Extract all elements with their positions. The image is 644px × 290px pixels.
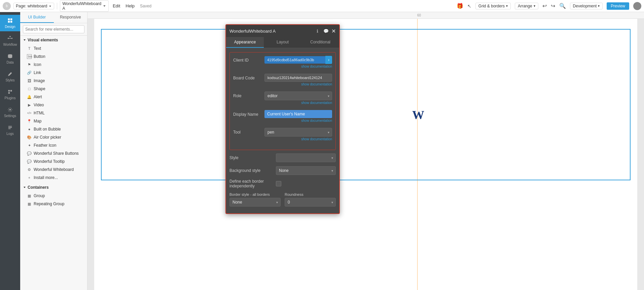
modal-tab-layout[interactable]: Layout [264, 37, 301, 48]
element-install-more[interactable]: + Install more... [20, 174, 87, 182]
background-style-select[interactable]: None [276, 166, 336, 175]
define-border-checkbox[interactable] [276, 181, 281, 186]
modal-comment-icon[interactable]: 💬 [323, 28, 329, 34]
cursor-icon[interactable]: ↖ [467, 3, 471, 9]
element-repeating-group[interactable]: ▦ Repeating Group [20, 200, 87, 208]
client-id-label: Client ID [233, 56, 262, 63]
role-select-wrap: editor [264, 92, 332, 100]
element-selector[interactable]: WonderfulWhiteboard A [60, 0, 109, 12]
text-icon: T [27, 46, 32, 50]
sidebar-item-data[interactable]: Data [0, 50, 20, 67]
element-wonderful-tooltip[interactable]: 💬 Wonderful Tooltip [20, 157, 87, 166]
modal-info-icon[interactable]: ℹ [314, 28, 321, 34]
link-icon: 🔗 [27, 71, 32, 75]
modal-body: Client ID › show documentation Board Cod… [226, 48, 339, 213]
client-id-arrow-button[interactable]: › [325, 56, 332, 64]
modal-close-button[interactable]: ✕ [331, 28, 336, 34]
tool-input-wrap: pen show documentation [264, 128, 332, 143]
element-wonderful-whiteboard[interactable]: ⚙ Wonderful Whiteboard [20, 166, 87, 174]
sidebar-item-styles[interactable]: Styles [0, 68, 20, 85]
element-video[interactable]: ▶ Video [20, 101, 87, 109]
client-id-doc-link[interactable]: show documentation [264, 65, 332, 68]
install-more-icon: + [27, 176, 32, 180]
gift-icon[interactable]: 🎁 [457, 3, 463, 9]
canvas-selection-box [101, 29, 631, 180]
modal-tab-appearance[interactable]: Appearance [226, 37, 264, 48]
element-wonderful-share[interactable]: 💬 Wonderful Share Buttons [20, 149, 87, 157]
sidebar-item-design[interactable]: Design [0, 15, 20, 31]
ruler-mark-60: 60 [417, 13, 421, 17]
main-layout: Design Workflow Data Styles Plugins Sett… [0, 12, 644, 290]
tool-select[interactable]: pen [264, 128, 332, 137]
side-nav: Design Workflow Data Styles Plugins Sett… [0, 12, 20, 290]
element-air-color-picker[interactable]: 🎨 Air Color picker [20, 133, 87, 141]
svg-rect-13 [8, 126, 12, 127]
menu-help[interactable]: Help [126, 3, 135, 8]
board-code-label: Board Code [233, 74, 262, 80]
sidebar-item-logs[interactable]: Logs [0, 122, 20, 138]
display-name-input-wrap: Current User's Name show documentation [264, 110, 332, 124]
element-image[interactable]: 🖼 Image [20, 77, 87, 85]
element-group[interactable]: ▦ Group [20, 192, 87, 200]
role-select[interactable]: editor [264, 92, 332, 100]
modal-tab-conditional[interactable]: Conditional [301, 37, 339, 48]
role-input-wrap: editor show documentation [264, 92, 332, 107]
redo-icon[interactable]: ↪ [551, 3, 555, 9]
undo-icon[interactable]: ↩ [542, 3, 547, 9]
visual-elements-label: Visual elements [28, 38, 58, 42]
search-icon[interactable]: 🔍 [559, 3, 566, 9]
svg-rect-9 [8, 90, 10, 92]
roundness-select-wrap: 0 [285, 198, 336, 207]
style-select[interactable] [276, 153, 336, 162]
grid-borders-btn[interactable]: Grid & borders ▾ [475, 3, 511, 9]
preview-button[interactable]: Preview [607, 2, 629, 10]
chevron-down-icon-2: ▾ [534, 4, 535, 8]
element-text[interactable]: T Text [20, 44, 87, 52]
grid-borders-label: Grid & borders [478, 4, 505, 8]
element-button[interactable]: btn Button [20, 52, 87, 61]
client-id-input[interactable] [264, 56, 325, 64]
board-code-doc-link[interactable]: show documentation [264, 82, 332, 86]
display-name-doc-link[interactable]: show documentation [264, 119, 332, 122]
tab-ui-builder[interactable]: UI Builder [20, 12, 54, 23]
page-selector[interactable]: Page: whiteboard [13, 3, 54, 9]
tab-responsive[interactable]: Responsive [54, 12, 87, 23]
element-built-on-bubble[interactable]: ● Built on Bubble [20, 125, 87, 133]
sidebar-item-plugins[interactable]: Plugins [0, 86, 20, 103]
feather-icon-icon: ✦ [27, 143, 32, 148]
menu-edit[interactable]: Edit [113, 3, 120, 8]
sidebar-item-workflow[interactable]: Workflow [0, 33, 20, 49]
development-btn[interactable]: Development ▾ [570, 3, 603, 9]
border-style-select[interactable]: None [229, 198, 281, 207]
visual-elements-header[interactable]: Visual elements [20, 36, 87, 44]
board-code-input[interactable] [264, 74, 332, 82]
arrange-btn[interactable]: Arrange ▾ [515, 3, 538, 9]
role-doc-link[interactable]: show documentation [264, 101, 332, 105]
element-link[interactable]: 🔗 Link [20, 69, 87, 77]
element-feather-icon[interactable]: ✦ Feather Icon [20, 141, 87, 149]
page-label: Page: whiteboard [16, 4, 47, 8]
element-shape[interactable]: □ Shape [20, 85, 87, 93]
element-map[interactable]: 📍 Map [20, 117, 87, 125]
avatar[interactable] [633, 2, 641, 10]
containers-header[interactable]: Containers [20, 183, 87, 192]
tool-doc-link[interactable]: show documentation [264, 137, 332, 141]
svg-rect-0 [8, 19, 10, 20]
border-roundness-row: Border style - all borders None Roundnes… [229, 192, 336, 207]
display-name-dynamic-value[interactable]: Current User's Name [264, 110, 332, 118]
element-label: WonderfulWhiteboard A [62, 1, 101, 11]
border-style-col: Border style - all borders None [229, 192, 281, 207]
svg-rect-10 [10, 90, 12, 92]
element-alert[interactable]: 🔔 Alert [20, 93, 87, 101]
element-html[interactable]: </> HTML [20, 109, 87, 117]
elements-search-input[interactable] [23, 25, 84, 33]
modal-plugin-properties: Client ID › show documentation Board Cod… [229, 52, 336, 150]
roundness-select[interactable]: 0 [285, 198, 336, 207]
element-icon[interactable]: ⚑ Icon [20, 61, 87, 69]
sidebar-item-settings[interactable]: Settings [0, 104, 20, 120]
wonderful-tooltip-icon: 💬 [27, 159, 32, 164]
roundness-col: Roundness 0 [285, 192, 336, 207]
border-style-select-wrap: None [229, 198, 281, 207]
tool-label: Tool [233, 128, 262, 135]
sidebar-label-settings: Settings [4, 114, 16, 118]
